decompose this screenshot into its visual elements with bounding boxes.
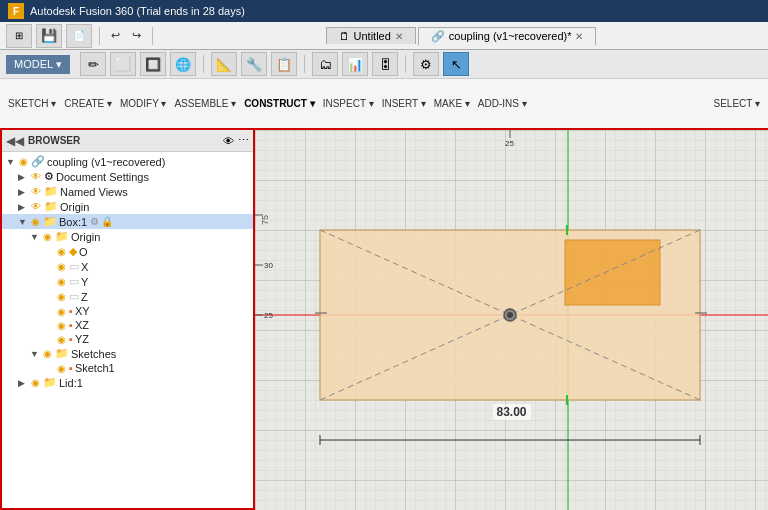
tab-label2: coupling (v1~recovered)* — [449, 30, 572, 42]
insert-menu[interactable]: INSERT ▾ — [378, 97, 430, 110]
tab-coupling[interactable]: 🔗 coupling (v1~recovered)* ✕ — [418, 27, 597, 45]
tree-z-axis[interactable]: ◉ ▭ Z — [2, 289, 253, 304]
sketch-icon1[interactable]: ✏ — [80, 52, 106, 76]
tree-y-axis[interactable]: ◉ ▭ Y — [2, 274, 253, 289]
tree-sketches[interactable]: ▼ ◉ 📁 Sketches — [2, 346, 253, 361]
save-icon[interactable]: 💾 — [36, 24, 62, 48]
xz-icon: ▪ — [69, 319, 73, 331]
y-eye[interactable]: ◉ — [57, 276, 66, 287]
file-icon[interactable]: 📄 — [66, 24, 92, 48]
ob-label: Origin — [71, 231, 100, 243]
sketch-icon6[interactable]: 🔧 — [241, 52, 267, 76]
grid-icon[interactable]: ⊞ — [6, 24, 32, 48]
nv-toggle[interactable]: ▶ — [18, 187, 30, 197]
tree-xy-plane[interactable]: ◉ ▪ XY — [2, 304, 253, 318]
tab-label: Untitled — [354, 30, 391, 42]
root-eye-icon[interactable]: ◉ — [19, 156, 28, 167]
lid-toggle[interactable]: ▶ — [18, 378, 30, 388]
ribbon-menu: SKETCH ▾ CREATE ▾ MODIFY ▾ ASSEMBLE ▾ CO… — [0, 79, 768, 128]
yz-eye[interactable]: ◉ — [57, 334, 66, 345]
tree-doc-settings[interactable]: ▶ 👁 ⚙ Document Settings — [2, 169, 253, 184]
browser-options-icon[interactable]: ⋯ — [238, 134, 249, 147]
title-bar: F Autodesk Fusion 360 (Trial ends in 28 … — [0, 0, 768, 22]
sk-eye[interactable]: ◉ — [43, 348, 52, 359]
tree-sketch1[interactable]: ◉ ▪ Sketch1 — [2, 361, 253, 375]
tree-yz-plane[interactable]: ◉ ▪ YZ — [2, 332, 253, 346]
tree-xz-plane[interactable]: ◉ ▪ XZ — [2, 318, 253, 332]
z-label: Z — [81, 291, 88, 303]
box-folder-icon: 📁 — [43, 215, 57, 228]
ob-toggle[interactable]: ▼ — [30, 232, 42, 242]
select-icon[interactable]: ↖ — [443, 52, 469, 76]
select-menu[interactable]: SELECT ▾ — [710, 97, 765, 110]
xy-eye[interactable]: ◉ — [57, 306, 66, 317]
ribbon-top: MODEL ▾ ✏ ⬜ 🔲 🌐 📐 🔧 📋 🗂 📊 🎛 ⚙ ↖ — [0, 50, 768, 79]
tree-lid1[interactable]: ▶ ◉ 📁 Lid:1 — [2, 375, 253, 390]
yz-label: YZ — [75, 333, 89, 345]
o-eye[interactable]: ◉ — [57, 246, 66, 257]
o-label: O — [79, 246, 88, 258]
nv-eye[interactable]: 👁 — [31, 186, 41, 197]
ob-eye[interactable]: ◉ — [43, 231, 52, 242]
box-toggle[interactable]: ▼ — [18, 217, 30, 227]
s1-eye[interactable]: ◉ — [57, 363, 66, 374]
addins-menu[interactable]: ADD-INS ▾ — [474, 97, 531, 110]
lid-eye[interactable]: ◉ — [31, 377, 40, 388]
sketch-icon4[interactable]: 🌐 — [170, 52, 196, 76]
x-eye[interactable]: ◉ — [57, 261, 66, 272]
construct-menu[interactable]: CONSTRUCT ▾ — [240, 97, 319, 110]
doc-label: Document Settings — [56, 171, 149, 183]
sk-toggle[interactable]: ▼ — [30, 349, 42, 359]
box-eye[interactable]: ◉ — [31, 216, 40, 227]
x-rect-icon: ▭ — [69, 260, 79, 273]
tree-o-point[interactable]: ◉ ◆ O — [2, 244, 253, 259]
doc-eye[interactable]: 👁 — [31, 171, 41, 182]
y-rect-icon: ▭ — [69, 275, 79, 288]
assemble-menu[interactable]: ASSEMBLE ▾ — [170, 97, 240, 110]
tree-root[interactable]: ▼ ◉ 🔗 coupling (v1~recovered) — [2, 154, 253, 169]
browser-collapse-btn[interactable]: ◀◀ — [6, 134, 24, 148]
tree-named-views[interactable]: ▶ 👁 📁 Named Views — [2, 184, 253, 199]
tree-origin-box[interactable]: ▼ ◉ 📁 Origin — [2, 229, 253, 244]
undo-button[interactable]: ↩ — [107, 27, 124, 44]
tab-close[interactable]: ✕ — [395, 31, 403, 42]
z-eye[interactable]: ◉ — [57, 291, 66, 302]
doc-toggle[interactable]: ▶ — [18, 172, 30, 182]
root-toggle-icon[interactable]: ▼ — [6, 157, 18, 167]
s1-label: Sketch1 — [75, 362, 115, 374]
sketch-icon10[interactable]: 🎛 — [372, 52, 398, 76]
sketch-icon2[interactable]: ⬜ — [110, 52, 136, 76]
o-diamond-icon: ◆ — [69, 245, 77, 258]
sketch-icon11[interactable]: ⚙ — [413, 52, 439, 76]
sketch-icon8[interactable]: 🗂 — [312, 52, 338, 76]
box-label: Box:1 — [59, 216, 87, 228]
make-menu[interactable]: MAKE ▾ — [430, 97, 474, 110]
or-label: Origin — [60, 201, 89, 213]
tab-bar: 🗒 Untitled ✕ 🔗 coupling (v1~recovered)* … — [160, 27, 762, 45]
sketch-icon7[interactable]: 📋 — [271, 52, 297, 76]
tab-untitled[interactable]: 🗒 Untitled ✕ — [326, 27, 416, 44]
sketch-menu[interactable]: SKETCH ▾ — [4, 97, 60, 110]
inspect-menu[interactable]: INSPECT ▾ — [319, 97, 378, 110]
tree-origin-root[interactable]: ▶ 👁 📁 Origin — [2, 199, 253, 214]
model-button[interactable]: MODEL ▾ — [6, 55, 70, 74]
tree-x-axis[interactable]: ◉ ▭ X — [2, 259, 253, 274]
sketch-icon9[interactable]: 📊 — [342, 52, 368, 76]
sketch-icon3[interactable]: 🔲 — [140, 52, 166, 76]
or-eye[interactable]: 👁 — [31, 201, 41, 212]
modify-menu[interactable]: MODIFY ▾ — [116, 97, 170, 110]
or-toggle[interactable]: ▶ — [18, 202, 30, 212]
sketch-icon5[interactable]: 📐 — [211, 52, 237, 76]
browser-eye-icon[interactable]: 👁 — [223, 135, 234, 147]
svg-rect-6 — [565, 240, 660, 305]
tab-close2[interactable]: ✕ — [575, 31, 583, 42]
redo-button[interactable]: ↪ — [128, 27, 145, 44]
separator — [99, 27, 100, 45]
box-gear-icon[interactable]: ⚙ — [90, 216, 99, 227]
create-menu[interactable]: CREATE ▾ — [60, 97, 116, 110]
tree-box1[interactable]: ▼ ◉ 📁 Box:1 ⚙ 🔒 — [2, 214, 253, 229]
xz-eye[interactable]: ◉ — [57, 320, 66, 331]
browser-panel: ◀◀ BROWSER 👁 ⋯ ▼ ◉ 🔗 coupling (v1~recove… — [0, 130, 255, 510]
z-rect-icon: ▭ — [69, 290, 79, 303]
canvas[interactable]: 25 30 25 83.00 75 — [255, 130, 768, 510]
